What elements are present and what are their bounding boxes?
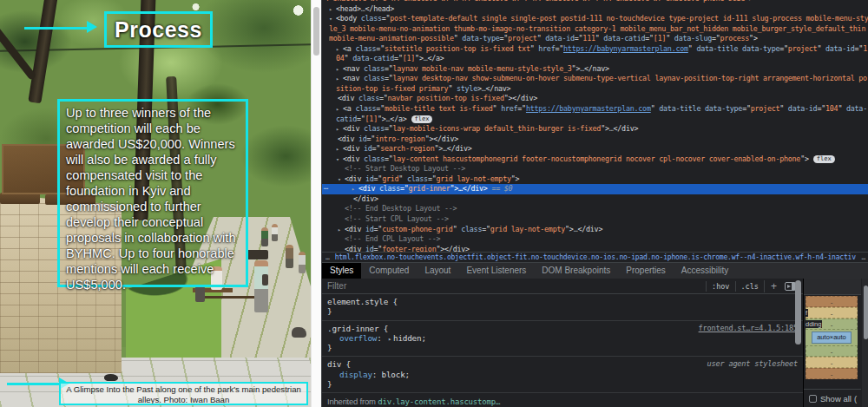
- trash-bin: [195, 286, 205, 302]
- flex-badge[interactable]: flex: [813, 155, 835, 163]
- page-scrollbar-thumb[interactable]: [313, 7, 319, 56]
- styles-scrollbar-thumb[interactable]: [795, 280, 801, 345]
- code-segment: ">: [415, 54, 424, 62]
- css-property[interactable]: display: block;: [327, 370, 798, 379]
- code-segment: ">: [378, 115, 386, 123]
- computed-pane-scrollbar[interactable]: [862, 279, 868, 407]
- code-segment: 111: [582, 34, 595, 43]
- dom-tree-row[interactable]: ▸<a class="mobile-title text is-fixed" h…: [322, 104, 868, 115]
- breadcrumb-html-crumb[interactable]: html.flexbox.no-touchevents.objectfit.ob…: [335, 253, 857, 261]
- css-rule[interactable]: user agent stylesheetdiv {display: block…: [322, 357, 803, 393]
- code-segment: lay-mobile-icons-wrap default_thin-burge…: [393, 124, 602, 133]
- tab-accessibility[interactable]: Accessibility: [674, 263, 736, 279]
- expand-value-arrow-icon[interactable]: ▸: [386, 336, 393, 343]
- box-model-border-bottom: -: [806, 357, 858, 368]
- show-all-checkbox[interactable]: [809, 395, 817, 403]
- dom-tree-row[interactable]: ▸<a class="sitetitle position-top is-fix…: [322, 44, 868, 55]
- row-menu-dots[interactable]: ⋯: [324, 184, 328, 194]
- code-segment: class: [359, 154, 385, 163]
- toggle-hover-state-button[interactable]: :hov: [706, 281, 734, 292]
- dom-tree-row[interactable]: le_3 mobile-menu-no-animation thumb-mo-i…: [322, 24, 868, 35]
- tab-dom-breakpoints[interactable]: DOM Breakpoints: [534, 263, 618, 279]
- code-segment: ">: [434, 144, 443, 153]
- dom-tree-row[interactable]: ▸<nav class="laynav mobile-nav mobile-me…: [322, 64, 868, 75]
- dom-tree-row[interactable]: ▸<head>…</head>: [322, 4, 868, 15]
- css-rule[interactable]: element.style {}: [322, 294, 803, 321]
- styles-rules-pane[interactable]: element.style {}frontend.st…r=4.1.5:185.…: [322, 294, 803, 407]
- rule-source-link[interactable]: frontend.st…r=4.1.5:185: [699, 324, 798, 333]
- dom-tree-row[interactable]: ▾<div id="grid" class="grid lay-not-empt…: [322, 174, 868, 185]
- code-segment: </nav>: [486, 84, 511, 93]
- dom-tree-row[interactable]: sition-top is-fixed primary" style>…</na…: [322, 84, 868, 95]
- code-segment: 04: [336, 54, 345, 62]
- code-segment: intro-region: [375, 135, 425, 143]
- screenshot-root: Process Up to three winners of the compe…: [0, 0, 868, 407]
- code-segment: grid-inner: [409, 184, 450, 193]
- code-segment: class: [359, 74, 385, 82]
- toggle-class-button[interactable]: .cls: [735, 281, 764, 292]
- pigeon: [104, 374, 118, 381]
- code-segment: <nav: [343, 74, 359, 82]
- dom-tree-row[interactable]: <!-- Start CPL Layout -->: [322, 214, 868, 225]
- computed-pane-toolbar: [804, 279, 861, 295]
- css-property[interactable]: overflow: ▸hidden;: [327, 333, 798, 343]
- dom-tree-row[interactable]: ▸<div id="custom-phone-grid" class="grid…: [322, 225, 868, 235]
- code-segment: data-id: [784, 104, 817, 113]
- tab-properties[interactable]: Properties: [618, 263, 674, 279]
- code-segment: ">: [601, 124, 609, 133]
- tab-computed[interactable]: Computed: [361, 263, 417, 279]
- elements-dom-tree[interactable]: 4-inactive wf-s-n4-inactive wf-n-n4-inac…: [322, 0, 868, 252]
- park-photo: Process Up to three winners of the compe…: [0, 0, 311, 407]
- code-segment: search-region: [380, 144, 434, 153]
- dom-tree-row[interactable]: </div>: [322, 194, 868, 205]
- competition-info-text: Up to three winners of the competition w…: [57, 99, 248, 287]
- code-segment: </head>: [365, 4, 395, 13]
- dom-tree-row[interactable]: ▸<nav class="laynav desktop-nav show-sub…: [322, 74, 868, 84]
- breadcrumb-left-ellipsis[interactable]: …: [326, 253, 330, 261]
- code-segment: footer-region: [382, 245, 436, 252]
- code-segment: =": [374, 245, 383, 252]
- dom-tree-row[interactable]: 04" data-catid="[1]">…</a>: [322, 54, 868, 64]
- new-style-rule-button[interactable]: +: [764, 280, 783, 292]
- rule-selector[interactable]: element.style: [327, 297, 388, 306]
- devtools-panel: 4-inactive wf-s-n4-inactive wf-n-n4-inac…: [321, 0, 868, 407]
- breadcrumb[interactable]: … html.flexbox.no-touchevents.objectfit.…: [322, 252, 868, 263]
- dom-tree-row[interactable]: <!-- End CPL Layout -->: [322, 234, 868, 245]
- page-scrollbar[interactable]: [311, 0, 321, 407]
- tab-event-listeners[interactable]: Event Listeners: [458, 263, 534, 279]
- dom-tree-row[interactable]: catid="[1]">…</a>flex: [322, 115, 868, 125]
- filter-input[interactable]: Filter: [322, 281, 706, 291]
- page-title: Process: [104, 11, 213, 48]
- code-segment: mobile-menu-animation-possible: [329, 34, 454, 43]
- dom-tree-row[interactable]: <div id="footer-region"></div>: [322, 245, 868, 252]
- code-segment: == $0: [488, 184, 513, 193]
- code-segment: =": [376, 44, 385, 53]
- breadcrumb-right-ellipsis[interactable]: …: [861, 253, 865, 261]
- tab-layout[interactable]: Layout: [417, 263, 458, 279]
- dom-tree-row[interactable]: <div id="intro-region"></div>: [322, 135, 868, 145]
- dom-tree-row[interactable]: ▸<div class="lay-mobile-icons-wrap defau…: [322, 124, 868, 135]
- dom-tree-row[interactable]: <!-- Start Desktop Layout -->: [322, 164, 868, 174]
- inherited-from-header: Inherited from div.lay-content.hascustom…: [322, 393, 803, 407]
- code-segment: ">: [572, 64, 581, 73]
- tab-styles[interactable]: Styles: [322, 263, 361, 279]
- dom-tree-row[interactable]: <div class="navbar position-top is-fixed…: [322, 94, 868, 104]
- computed-pane-scrollbar-thumb[interactable]: [864, 286, 868, 339]
- css-rule[interactable]: frontend.st…r=4.1.5:185.grid-inner {over…: [322, 321, 803, 358]
- code-segment: id: [354, 135, 366, 143]
- dom-tree-row[interactable]: ▾<body class="post-template-default sing…: [322, 14, 868, 24]
- inherited-node-link[interactable]: div.lay-content.hascustomp…: [378, 397, 500, 406]
- dom-tree-row-selected[interactable]: ⋯▸<div class="grid-inner">…</div> == $0: [322, 184, 868, 194]
- code-segment: =": [779, 44, 788, 53]
- rule-selector[interactable]: .grid-inner: [327, 324, 378, 333]
- rule-selector[interactable]: div: [327, 359, 341, 369]
- code-segment: <div: [345, 245, 361, 252]
- box-model-padding-bottom: -: [806, 345, 858, 357]
- dom-tree-row[interactable]: mobile-menu-animation-possible" data-typ…: [322, 34, 868, 44]
- flex-badge[interactable]: flex: [411, 115, 433, 123]
- code-segment: <a: [343, 44, 352, 53]
- dom-tree-row[interactable]: <!-- End Desktop Layout -->: [322, 204, 868, 214]
- code-segment: sitetitle position-top is-fixed txt: [385, 44, 530, 53]
- dom-tree-row[interactable]: ▾<div class="lay-content hascustomphoneg…: [322, 154, 868, 165]
- dom-tree-row[interactable]: ▸<div id="search-region">…</div>: [322, 144, 868, 154]
